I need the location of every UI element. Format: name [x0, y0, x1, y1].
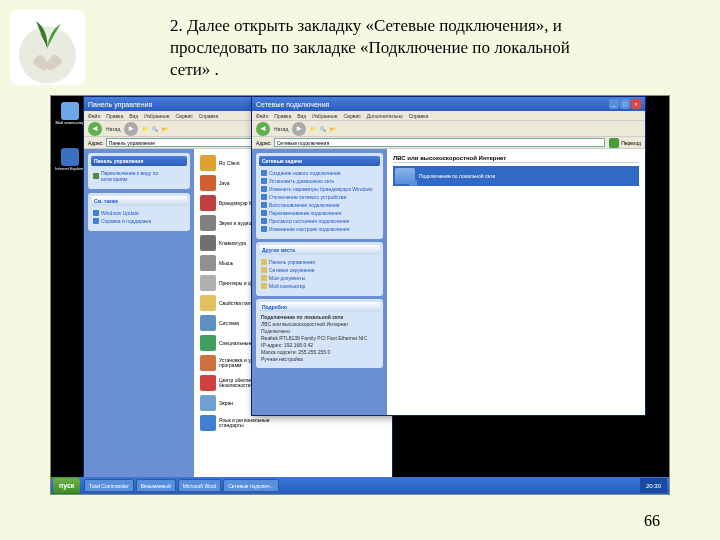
nc-titlebar[interactable]: Сетевые подключения _ □ × — [252, 97, 645, 111]
system-tray[interactable]: 20:30 — [640, 478, 667, 493]
nc-title: Сетевые подключения — [256, 101, 329, 108]
menu-item[interactable]: Справка — [199, 113, 219, 119]
see-also-link[interactable]: Справка и поддержка — [93, 217, 185, 225]
cp-item-icon — [200, 255, 216, 271]
other-place-link[interactable]: Мой компьютер — [261, 282, 378, 290]
cp-item-icon — [200, 235, 216, 251]
cp-item-icon — [200, 275, 216, 291]
icon — [61, 148, 79, 166]
desktop[interactable]: Мой компьютерСетевое окружениеКорзинаOut… — [51, 96, 669, 494]
cp-title: Панель управления — [88, 101, 152, 108]
menu-item[interactable]: Сервис — [176, 113, 193, 119]
details-body: Подключение по локальной сети ЛВС или вы… — [259, 312, 380, 365]
menu-item[interactable]: Дополнительно — [367, 113, 403, 119]
menu-item[interactable]: Правка — [274, 113, 291, 119]
menu-item[interactable]: Сервис — [344, 113, 361, 119]
back-button[interactable]: ◄ — [88, 122, 102, 136]
other-place-link[interactable]: Панель управления — [261, 258, 378, 266]
cp-item-icon — [200, 355, 216, 371]
nc-addressbar: Адрес: Переход — [252, 137, 645, 149]
cp-item-icon — [200, 215, 216, 231]
connection-label: Подключение по локальной сети — [419, 173, 495, 179]
network-icon — [395, 168, 415, 184]
clock: 20:30 — [646, 483, 661, 489]
icon — [61, 102, 79, 120]
screenshot-container: Мой компьютерСетевое окружениеКорзинаOut… — [50, 95, 670, 495]
nc-content[interactable]: ЛВС или высокоскоростной Интернет Подклю… — [387, 149, 645, 415]
nc-menubar[interactable]: ФайлПравкаВидИзбранноеСервисДополнительн… — [252, 111, 645, 121]
maximize-button[interactable]: □ — [620, 99, 630, 109]
see-also-link[interactable]: Windows Update — [93, 209, 185, 217]
menu-item[interactable]: Избранное — [144, 113, 169, 119]
network-task-link[interactable]: Изменение настроек подключения — [261, 225, 378, 233]
network-task-link[interactable]: Изменить параметры брандмауэра Windows — [261, 185, 378, 193]
menu-item[interactable]: Избранное — [312, 113, 337, 119]
network-task-link[interactable]: Установить домашнюю сеть — [261, 177, 378, 185]
other-place-link[interactable]: Сетевое окружение — [261, 266, 378, 274]
see-also-header[interactable]: См. также — [91, 196, 187, 206]
address-label: Адрес: — [256, 140, 272, 146]
taskbar-button[interactable]: Безымянный — [136, 479, 176, 492]
go-label: Переход — [621, 140, 641, 146]
control-panel-item[interactable]: Язык и региональные стандарты — [200, 415, 291, 431]
desktop-icon[interactable]: Internet Explorer — [55, 148, 85, 178]
menu-item[interactable]: Справка — [409, 113, 429, 119]
instruction-text: 2. Далее открыть закладку «Сетевые подкл… — [170, 15, 600, 81]
cp-item-icon — [200, 295, 216, 311]
cp-side-header[interactable]: Панель управления — [91, 156, 187, 166]
page-number: 66 — [644, 512, 660, 530]
address-label: Адрес: — [88, 140, 104, 146]
details-header[interactable]: Подробно — [259, 302, 380, 312]
close-button[interactable]: × — [631, 99, 641, 109]
connection-category: ЛВС или высокоскоростной Интернет — [393, 155, 639, 163]
switch-view-link[interactable]: Переключение к виду по категориям — [93, 169, 185, 183]
search-icon[interactable]: 🔍 — [152, 126, 158, 132]
menu-item[interactable]: Файл — [88, 113, 100, 119]
taskbar-button[interactable]: Total Commander — [84, 479, 133, 492]
minimize-button[interactable]: _ — [609, 99, 619, 109]
network-task-link[interactable]: Просмотр состояния подключения — [261, 217, 378, 225]
up-icon[interactable]: 📁 — [310, 126, 316, 132]
address-input[interactable] — [274, 138, 605, 147]
other-place-link[interactable]: Мои документы — [261, 274, 378, 282]
back-label: Назад — [274, 126, 288, 132]
taskbar[interactable]: пуск Total CommanderБезымянныйMicrosoft … — [51, 477, 669, 494]
svg-point-1 — [19, 27, 76, 84]
tasks-header[interactable]: Сетевые задачи — [259, 156, 380, 166]
lan-connection-item[interactable]: Подключение по локальной сети — [393, 166, 639, 186]
cp-item-icon — [200, 315, 216, 331]
nc-toolbar: ◄ Назад ► 📁 🔍 📂 — [252, 121, 645, 137]
cp-sidebar: Панель управления Переключение к виду по… — [84, 149, 194, 477]
network-task-link[interactable]: Создание нового подключения — [261, 169, 378, 177]
decorative-logo — [10, 10, 85, 85]
back-label: Назад — [106, 126, 120, 132]
forward-button[interactable]: ► — [292, 122, 306, 136]
folders-icon[interactable]: 📂 — [162, 126, 168, 132]
forward-button[interactable]: ► — [124, 122, 138, 136]
cp-item-icon — [200, 195, 216, 211]
start-button[interactable]: пуск — [53, 478, 80, 493]
back-button[interactable]: ◄ — [256, 122, 270, 136]
menu-item[interactable]: Вид — [129, 113, 138, 119]
folders-icon[interactable]: 📂 — [330, 126, 336, 132]
cp-item-icon — [200, 415, 216, 431]
menu-item[interactable]: Правка — [106, 113, 123, 119]
search-icon[interactable]: 🔍 — [320, 126, 326, 132]
network-task-link[interactable]: Отключение сетевого устройства — [261, 193, 378, 201]
cp-item-icon — [200, 375, 216, 391]
nc-sidebar: Сетевые задачи Создание нового подключен… — [252, 149, 387, 415]
cp-item-icon — [200, 335, 216, 351]
menu-item[interactable]: Файл — [256, 113, 268, 119]
network-task-link[interactable]: Восстановление подключения — [261, 201, 378, 209]
network-task-link[interactable]: Переименование подключения — [261, 209, 378, 217]
taskbar-button[interactable]: Microsoft Word — [178, 479, 222, 492]
desktop-icon[interactable]: Мой компьютер — [55, 102, 85, 132]
cp-item-icon — [200, 175, 216, 191]
go-button[interactable] — [609, 138, 619, 148]
up-icon[interactable]: 📁 — [142, 126, 148, 132]
other-places-header[interactable]: Другие места — [259, 245, 380, 255]
taskbar-button[interactable]: Сетевые подключ... — [223, 479, 279, 492]
network-connections-window[interactable]: Сетевые подключения _ □ × ФайлПравкаВидИ… — [251, 96, 646, 416]
cp-item-icon — [200, 395, 216, 411]
menu-item[interactable]: Вид — [297, 113, 306, 119]
